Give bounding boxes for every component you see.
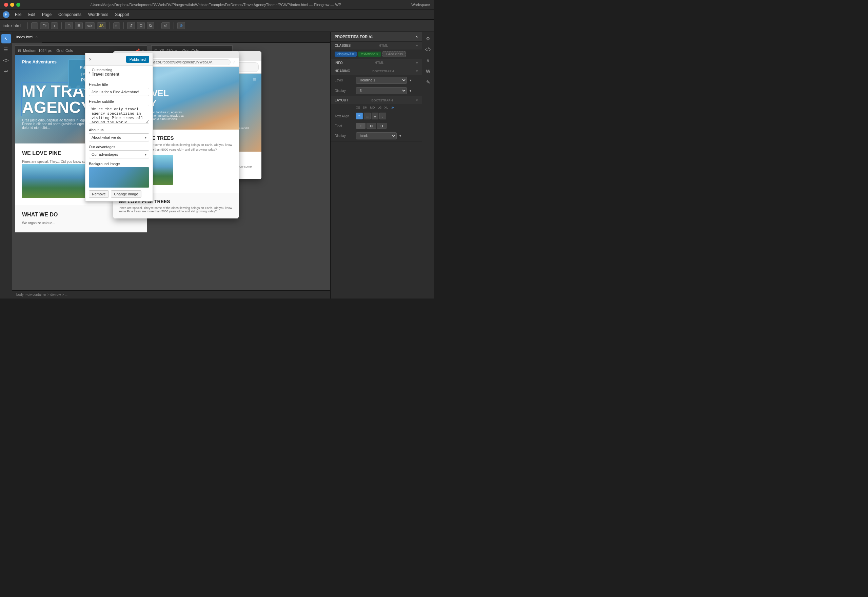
md-cols[interactable]: Cols [65,49,73,53]
md-what-text: We organize unique... [22,220,140,226]
align-right-button[interactable]: ≣ [372,113,378,119]
static-browser-bookmark-icon[interactable]: ☆ [233,60,236,64]
class-badge-text-white[interactable]: text-white × [358,52,381,56]
menu-page[interactable]: Page [39,11,54,18]
layout-label: LAYOUT [335,98,348,102]
zoom-out-button[interactable]: − [31,22,38,29]
code-toggle-button[interactable]: </> [85,22,95,29]
float-right-button[interactable]: ◨ [377,123,387,129]
sidebar-undo-tool[interactable]: ↩ [1,67,11,76]
menu-components[interactable]: Components [56,11,84,18]
tab-close-button[interactable]: × [35,34,38,39]
md-device-label: ⊡ [18,49,21,53]
wp-icon-button[interactable]: ⊛ [177,22,185,29]
toolbar-sep-1 [27,22,28,29]
heading-label: HEADING [335,69,350,73]
bp-xl[interactable]: XL [385,106,388,109]
window-controls[interactable] [4,3,20,7]
zoom-in-button[interactable]: + [51,22,58,29]
layout-section-header[interactable]: LAYOUT Bootstrap 4 ▾ [330,97,422,104]
wp-header-subtitle-textarea[interactable] [89,105,149,123]
add-class-button[interactable]: + Add class [382,51,406,57]
preview-label-button[interactable]: tI [113,22,120,29]
menu-file[interactable]: File [12,11,24,18]
md-viewport-label[interactable]: Medium [23,49,36,53]
bp-md[interactable]: MD [370,106,375,109]
toolbar-sep-6 [173,22,174,29]
md-width: 1024 px [38,49,52,53]
class-badge-remove-icon[interactable]: × [352,52,354,56]
menu-support[interactable]: Support [112,11,132,18]
left-sidebar: ↖ ☰ <> ↩ [0,32,12,298]
static-what-text: Pines are special. They're some of the o… [118,206,233,213]
heading-level-select[interactable]: Heading 1 [356,77,407,84]
align-left-button[interactable]: ≡ [356,113,363,119]
float-group: ▫ ◧ ◨ [356,123,387,129]
right-sidebar-wp-icon[interactable]: W [424,67,433,76]
bp-lg[interactable]: LG [378,106,382,109]
wp-hero-menu-icon[interactable]: ≡ [253,76,256,82]
align-center-button[interactable]: ☰ [364,113,370,119]
expand-breakpoints-icon[interactable]: ≫ [391,106,394,109]
wp-back-button[interactable]: ‹ [89,70,90,75]
classes-row: display-3 × text-white × + Add class [330,49,422,59]
menu-edit[interactable]: Edit [25,11,38,18]
wp-about-us-select[interactable]: About what we doOur storyTeam [89,133,149,141]
close-window-button[interactable] [4,3,8,7]
wp-header-title-input[interactable] [89,88,149,96]
device-preview-button[interactable]: ⊡ [137,22,145,29]
wp-advantages-select[interactable]: Our advantages [89,150,149,158]
float-left-button[interactable]: ◧ [367,123,376,129]
display-prop-select[interactable]: block [356,132,397,140]
info-label: INFO [335,61,343,65]
responsive-button[interactable]: ⊞ [75,22,83,29]
wp-change-image-button[interactable]: Change image [111,190,141,198]
zoom-fit-button[interactable]: Fit [40,22,49,29]
toolbar-sep-2 [61,22,62,29]
right-sidebar-settings-icon[interactable]: ⚙ [424,34,433,43]
wp-bg-image-preview [89,167,149,187]
float-none-button[interactable]: ▫ [356,123,366,129]
heading-display-row: Display 3 ▾ [330,86,422,96]
right-sidebar-edit-icon[interactable]: ✎ [424,77,433,87]
class-badge-text-white-remove-icon[interactable]: × [376,52,378,56]
wp-customizer-body: Header title Header subtitle About us Ab… [86,79,153,201]
heading-type: Bootstrap 4 [372,70,394,73]
align-justify-button[interactable]: ⋮ [379,113,386,119]
md-grid[interactable]: Grid [56,49,64,53]
bp-sm[interactable]: SM [363,106,367,109]
tab-index-html[interactable]: index.html × [12,32,42,43]
info-section-header[interactable]: INFO HTML ▾ [330,59,422,67]
bp-xs[interactable]: XS [356,106,360,109]
breadcrumb-path: body > div.container > div.row > ... [16,293,67,297]
maximize-window-button[interactable] [16,3,20,7]
class-badge-display3[interactable]: display-3 × [335,52,357,56]
refresh-button[interactable]: ↺ [127,22,135,29]
level-label: Level [335,78,353,82]
menu-wordpress[interactable]: WordPress [86,11,111,18]
properties-close-icon[interactable]: × [416,34,418,39]
md-hero-brand: Pine Adventures [22,59,56,64]
classes-section-header[interactable]: CLASSES HTML ▾ [330,42,422,49]
wp-header-title-label: Header title [89,82,149,86]
right-sidebar-code-icon[interactable]: </> [424,45,433,54]
display-prop-row: Display block ▾ [330,131,422,141]
md-hero-line2: AGENCY [22,98,92,116]
sidebar-tree-tool[interactable]: ☰ [1,45,11,54]
wp-advantages-wrapper: Our advantages ▾ [89,150,149,158]
js-toggle-button[interactable]: JS [97,22,106,29]
minimize-window-button[interactable] [10,3,14,7]
split-view-button[interactable]: ⧉ [147,22,154,29]
sidebar-select-tool[interactable]: ↖ [1,34,11,43]
right-sidebar-css-icon[interactable]: # [424,56,433,65]
viewport-toggle-button[interactable]: ◻ [65,22,73,29]
heading-chevron-icon: ▾ [416,69,418,73]
wp-published-button[interactable]: Published [126,56,149,63]
wp-advantages-label: Our advantages [89,145,149,149]
wp-remove-button[interactable]: Remove [89,190,109,198]
heading-section-header[interactable]: HEADING Bootstrap 4 ▾ [330,67,422,75]
status-bar: body > div.container > div.row > ... [12,290,330,298]
sidebar-code-tool[interactable]: <> [1,56,11,65]
wp-customizer-close-button[interactable]: × [89,56,92,62]
heading-display-select[interactable]: 3 [356,87,407,94]
